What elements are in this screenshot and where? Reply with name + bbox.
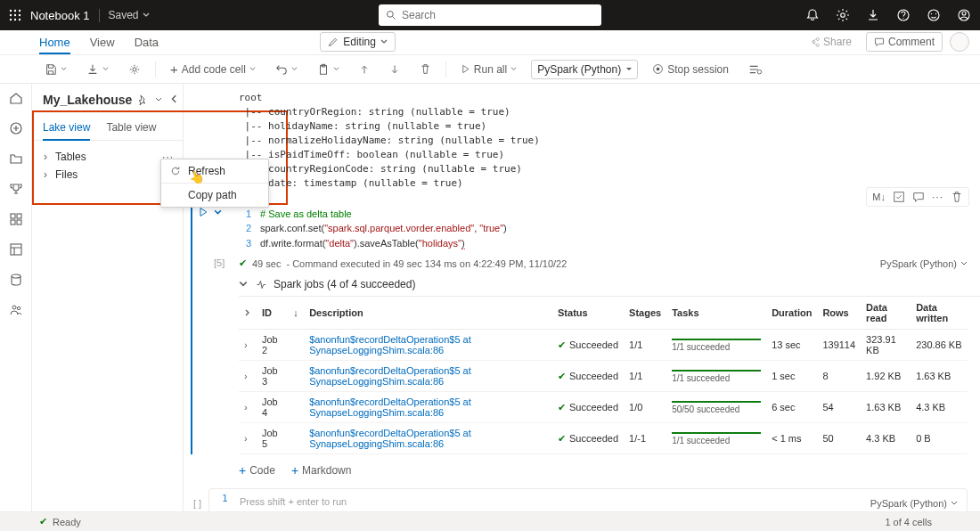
add-code-cell-button[interactable]: +Add code cell xyxy=(165,60,261,78)
nav-rail xyxy=(0,84,32,511)
code-editor[interactable]: 1# Save as delta table 2spark.conf.set("… xyxy=(239,203,980,255)
database-icon[interactable] xyxy=(9,273,23,287)
svg-rect-30 xyxy=(11,244,21,255)
app-icon[interactable] xyxy=(9,212,23,226)
more-icon[interactable]: ··· xyxy=(932,191,943,203)
svg-point-3 xyxy=(10,14,12,16)
trash-icon[interactable] xyxy=(951,191,963,203)
download-button[interactable] xyxy=(81,61,114,78)
people-icon[interactable] xyxy=(9,303,23,317)
download-icon[interactable] xyxy=(866,8,880,22)
session-options-button[interactable] xyxy=(743,61,768,78)
svg-point-19 xyxy=(133,67,136,70)
undo-button[interactable] xyxy=(270,61,303,78)
search-input[interactable] xyxy=(402,9,594,21)
comment-button[interactable]: Comment xyxy=(866,32,943,52)
apps-icon[interactable] xyxy=(9,9,21,21)
run-all-button[interactable]: Run all xyxy=(455,61,522,78)
list-gear-icon xyxy=(748,63,763,76)
pencil-icon xyxy=(328,37,339,47)
job-link[interactable]: $anonfun$recordDeltaOperation$5 at Synap… xyxy=(309,428,471,449)
chevron-right-icon[interactable]: › xyxy=(244,402,248,413)
editing-mode-button[interactable]: Editing xyxy=(320,32,396,52)
job-link[interactable]: $anonfun$recordDeltaOperation$5 at Synap… xyxy=(309,334,471,355)
presence-avatar[interactable] xyxy=(950,32,969,52)
feedback-icon[interactable] xyxy=(927,8,941,22)
svg-point-32 xyxy=(12,306,16,309)
svg-point-6 xyxy=(10,19,12,20)
cell-dropdown[interactable] xyxy=(214,208,222,216)
notebook-name[interactable]: Notebook 1 xyxy=(30,9,90,22)
save-status[interactable]: Saved xyxy=(109,9,150,21)
tab-table-view[interactable]: Table view xyxy=(106,116,156,140)
chevron-right-icon[interactable]: › xyxy=(244,339,248,350)
gear-icon[interactable] xyxy=(836,8,850,22)
lakehouse-title: My_Lakehouse xyxy=(43,93,132,107)
chevron-down-icon[interactable] xyxy=(239,280,248,289)
tab-view[interactable]: View xyxy=(90,36,115,54)
pin-icon[interactable] xyxy=(137,94,148,105)
stop-session-button[interactable]: Stop session xyxy=(647,61,734,78)
tab-lake-view[interactable]: Lake view xyxy=(43,116,90,141)
add-markdown-button[interactable]: +Markdown xyxy=(291,463,352,478)
svg-point-1 xyxy=(14,10,16,12)
move-up-button[interactable] xyxy=(354,61,375,78)
svg-point-11 xyxy=(841,13,845,18)
ctx-copy-path[interactable]: Copy path xyxy=(161,184,268,207)
svg-point-0 xyxy=(10,10,12,12)
clipboard-button[interactable] xyxy=(312,61,345,78)
collapse-panel-button[interactable] xyxy=(170,94,179,103)
run-cell-button[interactable] xyxy=(198,207,208,217)
spark-jobs-header[interactable]: Spark jobs (4 of 4 succeeded) xyxy=(239,273,980,297)
svg-point-2 xyxy=(19,10,20,12)
comment-icon[interactable] xyxy=(912,191,925,203)
top-bar: Notebook 1 Saved xyxy=(0,0,980,30)
settings-button[interactable] xyxy=(123,61,146,78)
layout-icon[interactable] xyxy=(9,242,23,257)
share-button[interactable]: Share xyxy=(802,32,859,52)
chevron-right-icon[interactable]: › xyxy=(244,433,248,444)
tab-home[interactable]: Home xyxy=(39,36,70,54)
exec-count: [ ] xyxy=(193,498,201,509)
play-icon xyxy=(461,64,470,74)
add-code-button[interactable]: +Code xyxy=(239,463,275,478)
svg-point-24 xyxy=(757,69,761,73)
tree-item-files[interactable]: ›Files xyxy=(41,166,174,184)
save-button[interactable] xyxy=(39,61,72,78)
empty-code-cell[interactable]: [ ] 1 Press shift + enter to run PySpark… xyxy=(208,488,968,511)
chevron-right-icon[interactable] xyxy=(244,309,251,316)
kernel-select[interactable]: PySpark (Python) xyxy=(531,60,638,79)
status-ok-icon: ✔ xyxy=(39,516,47,527)
svg-rect-26 xyxy=(11,214,15,218)
add-icon[interactable] xyxy=(9,121,23,135)
svg-point-9 xyxy=(388,12,394,18)
download-icon xyxy=(86,63,99,76)
delete-cell-button[interactable] xyxy=(414,61,437,78)
bell-icon[interactable] xyxy=(805,8,820,22)
svg-point-5 xyxy=(19,14,20,16)
home-icon[interactable] xyxy=(9,91,23,105)
folder-icon[interactable] xyxy=(9,151,23,166)
search-box[interactable] xyxy=(379,4,601,26)
help-icon[interactable] xyxy=(896,8,911,22)
cell-kernel-select[interactable]: PySpark (Python) xyxy=(870,498,958,509)
output-icon[interactable] xyxy=(893,191,905,203)
ctx-refresh[interactable]: Refresh xyxy=(161,159,268,183)
job-link[interactable]: $anonfun$recordDeltaOperation$5 at Synap… xyxy=(309,396,471,418)
tab-data[interactable]: Data xyxy=(135,36,159,54)
arrow-up-icon xyxy=(359,64,370,75)
cell-kernel-select[interactable]: PySpark (Python) xyxy=(880,258,980,269)
svg-line-10 xyxy=(393,17,396,20)
move-down-button[interactable] xyxy=(384,61,405,78)
account-icon[interactable] xyxy=(957,8,971,22)
chevron-down-icon[interactable] xyxy=(155,96,162,103)
trophy-icon[interactable] xyxy=(9,182,23,196)
svg-point-13 xyxy=(902,18,903,19)
spark-icon xyxy=(255,279,266,290)
job-link[interactable]: $anonfun$recordDeltaOperation$5 at Synap… xyxy=(309,365,471,387)
tree-item-tables[interactable]: ›Tables··· xyxy=(41,148,174,166)
cell-count: 1 of 4 cells xyxy=(885,517,941,527)
chevron-right-icon[interactable]: › xyxy=(244,371,248,381)
status-bar: ✔ Ready 1 of 4 cells xyxy=(0,511,980,531)
markdown-toggle[interactable]: M↓ xyxy=(872,192,886,202)
